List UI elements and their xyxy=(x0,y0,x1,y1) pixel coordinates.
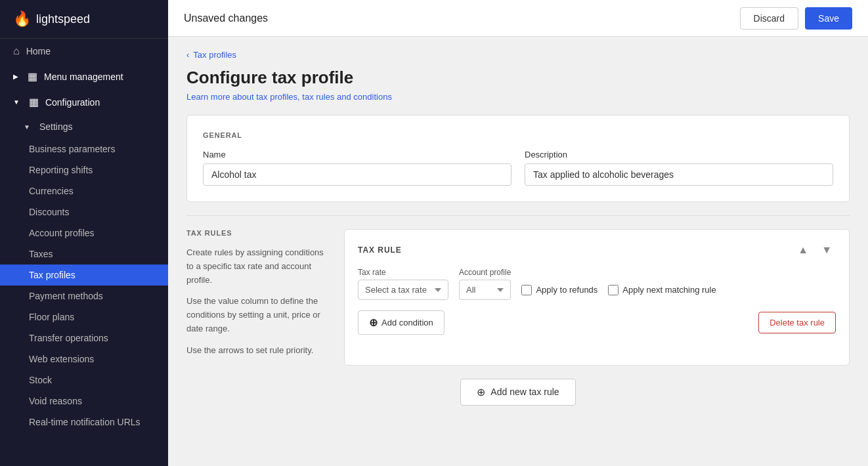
general-form-row: Name Description xyxy=(203,150,833,186)
apply-refunds-group: Apply to refunds xyxy=(521,285,597,295)
chevron-down-icon-settings: ▼ xyxy=(24,123,30,131)
sidebar-item-menu-management[interactable]: ▶ ▦ Menu management xyxy=(0,64,168,89)
sidebar-item-business-parameters[interactable]: Business parameters xyxy=(0,138,168,159)
tax-rules-info-text-1: Create rules by assigning conditions to … xyxy=(186,246,331,287)
tax-rate-label: Tax rate xyxy=(358,268,448,277)
sidebar-item-account-profiles[interactable]: Account profiles xyxy=(0,222,168,244)
sidebar-item-void-reasons[interactable]: Void reasons xyxy=(0,391,168,412)
save-button[interactable]: Save xyxy=(805,7,852,30)
tax-rules-info-text-3: Use the arrows to set rule priority. xyxy=(186,344,331,358)
apply-refunds-label: Apply to refunds xyxy=(536,285,597,295)
menu-icon: ▦ xyxy=(28,70,37,83)
sidebar-item-home[interactable]: ⌂ Home xyxy=(0,39,168,64)
move-up-button[interactable]: ▲ xyxy=(794,243,812,257)
tax-rule-header: TAX RULE ▲ ▼ xyxy=(358,243,836,257)
name-label: Name xyxy=(203,150,511,159)
tax-rate-group: Tax rate Select a tax rate xyxy=(358,268,448,300)
apply-next-group: Apply next matching rule xyxy=(608,285,716,295)
content-inner: ‹ Tax profiles Configure tax profile Lea… xyxy=(168,37,868,424)
breadcrumb-parent: Tax profiles xyxy=(193,50,236,60)
sidebar-item-real-time-notification-urls[interactable]: Real-time notification URLs xyxy=(0,412,168,433)
sidebar-item-stock[interactable]: Stock xyxy=(0,370,168,391)
sidebar-logo-text: lightspeed xyxy=(36,12,90,26)
add-condition-label: Add condition xyxy=(381,318,433,328)
description-label: Description xyxy=(525,150,833,159)
tax-rate-select[interactable]: Select a tax rate xyxy=(358,280,448,300)
sidebar-item-settings-label: Settings xyxy=(39,121,73,132)
description-field-group: Description xyxy=(525,150,833,186)
sidebar-item-currencies[interactable]: Currencies xyxy=(0,180,168,201)
breadcrumb[interactable]: ‹ Tax profiles xyxy=(186,50,850,60)
discard-button[interactable]: Discard xyxy=(740,7,798,30)
account-profile-select[interactable]: All xyxy=(459,280,511,300)
topbar-actions: Discard Save xyxy=(740,7,852,30)
chevron-right-icon: ▶ xyxy=(13,73,18,80)
sidebar-item-reporting-shifts[interactable]: Reporting shifts xyxy=(0,159,168,180)
lightspeed-icon: 🔥 xyxy=(13,11,31,28)
sidebar-item-configuration[interactable]: ▼ ▦ Configuration xyxy=(0,89,168,115)
rule-actions: ⊕ Add condition Delete tax rule xyxy=(358,310,836,335)
add-condition-button[interactable]: ⊕ Add condition xyxy=(358,310,445,335)
description-input[interactable] xyxy=(525,163,833,186)
plus-icon: ⊕ xyxy=(369,316,378,329)
tax-rule-card: TAX RULE ▲ ▼ Tax rate Select a tax rate xyxy=(344,229,850,366)
unsaved-changes-title: Unsaved changes xyxy=(184,12,268,24)
sidebar-item-taxes[interactable]: Taxes xyxy=(0,244,168,265)
tax-rule-controls: Tax rate Select a tax rate Account profi… xyxy=(358,268,836,300)
name-input[interactable] xyxy=(203,163,511,186)
sidebar-item-floor-plans[interactable]: Floor plans xyxy=(0,307,168,328)
tax-rules-section-label: TAX RULES xyxy=(186,229,331,237)
chevron-down-icon: ▼ xyxy=(13,98,20,106)
sidebar: 🔥 lightspeed ⌂ Home ▶ ▦ Menu management … xyxy=(0,0,168,466)
section-divider xyxy=(186,215,850,216)
apply-next-label: Apply next matching rule xyxy=(622,285,716,295)
add-tax-rule-row: ⊕ Add new tax rule xyxy=(186,379,850,406)
sidebar-item-transfer-operations[interactable]: Transfer operations xyxy=(0,328,168,349)
sidebar-item-settings[interactable]: ▼ Settings xyxy=(0,115,168,138)
topbar: Unsaved changes Discard Save xyxy=(168,0,868,37)
tax-rule-arrows: ▲ ▼ xyxy=(794,243,836,257)
config-icon: ▦ xyxy=(29,96,39,108)
move-down-button[interactable]: ▼ xyxy=(817,243,836,257)
apply-refunds-checkbox[interactable] xyxy=(521,285,532,295)
sidebar-item-configuration-label: Configuration xyxy=(45,97,100,108)
sidebar-item-web-extensions[interactable]: Web extensions xyxy=(0,349,168,370)
plus-circle-icon: ⊕ xyxy=(477,386,485,398)
page-title: Configure tax profile xyxy=(186,68,850,88)
delete-tax-rule-button[interactable]: Delete tax rule xyxy=(758,312,836,333)
home-icon: ⌂ xyxy=(13,45,20,57)
sidebar-item-tax-profiles[interactable]: Tax profiles xyxy=(0,265,168,286)
sidebar-item-payment-methods[interactable]: Payment methods xyxy=(0,286,168,307)
sidebar-item-home-label: Home xyxy=(26,46,51,56)
sidebar-item-menu-label: Menu management xyxy=(44,72,123,82)
tax-rules-info-text-2: Use the value column to define the condi… xyxy=(186,295,331,335)
main-content: Unsaved changes Discard Save ‹ Tax profi… xyxy=(168,0,868,466)
tax-rules-info: TAX RULES Create rules by assigning cond… xyxy=(186,229,331,366)
learn-more-link[interactable]: Learn more about tax profiles, tax rules… xyxy=(186,92,850,102)
apply-next-checkbox[interactable] xyxy=(608,285,618,295)
add-new-tax-rule-button[interactable]: ⊕ Add new tax rule xyxy=(460,379,575,406)
tax-rules-section: TAX RULES Create rules by assigning cond… xyxy=(186,229,850,366)
content-area: ‹ Tax profiles Configure tax profile Lea… xyxy=(168,37,868,466)
sidebar-item-discounts[interactable]: Discounts xyxy=(0,201,168,222)
tax-rule-title: TAX RULE xyxy=(358,245,402,255)
name-field-group: Name xyxy=(203,150,511,186)
general-section-label: GENERAL xyxy=(203,131,833,139)
breadcrumb-arrow: ‹ xyxy=(186,50,189,60)
account-profile-group: Account profile All xyxy=(459,268,511,300)
sidebar-logo: 🔥 lightspeed xyxy=(0,0,168,39)
general-section: GENERAL Name Description xyxy=(186,115,850,202)
add-new-tax-rule-label: Add new tax rule xyxy=(490,387,559,397)
account-profile-label: Account profile xyxy=(459,268,511,277)
